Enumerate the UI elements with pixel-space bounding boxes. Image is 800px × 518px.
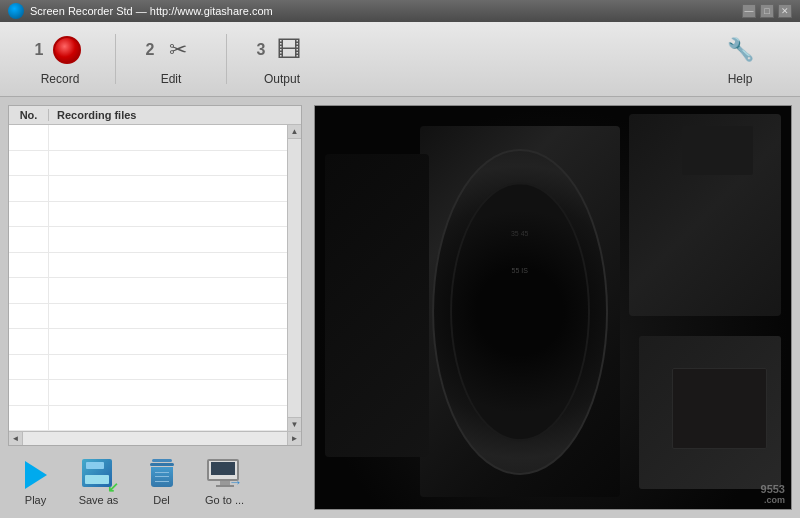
file-list-grid xyxy=(9,125,301,431)
scroll-left-arrow[interactable]: ◄ xyxy=(9,432,23,446)
scissors-icon: ✂ xyxy=(160,32,196,68)
close-button[interactable]: ✕ xyxy=(778,4,792,18)
save-as-icon: ↙ xyxy=(80,458,118,492)
output-label: Output xyxy=(264,72,300,86)
toolbar: 1 Record 2 ✂ Edit 3 🎞 Output � xyxy=(0,22,800,97)
list-item xyxy=(9,355,301,381)
record-icon-wrapper xyxy=(49,32,85,68)
help-label: Help xyxy=(728,72,753,86)
toolbar-record[interactable]: 1 Record xyxy=(10,26,110,92)
list-item xyxy=(9,380,301,406)
maximize-button[interactable]: □ xyxy=(760,4,774,18)
scroll-down-arrow[interactable]: ▼ xyxy=(288,417,301,431)
save-as-button[interactable]: ↙ Save as xyxy=(71,458,126,506)
record-label: Record xyxy=(41,72,80,86)
goto-label: Go to ... xyxy=(205,494,244,506)
play-label: Play xyxy=(25,494,46,506)
window-title: Screen Recorder Std — http://www.gitasha… xyxy=(30,5,742,17)
list-item xyxy=(9,125,301,151)
del-button[interactable]: Del xyxy=(134,458,189,506)
minimize-button[interactable]: — xyxy=(742,4,756,18)
scroll-right-arrow[interactable]: ► xyxy=(287,432,301,446)
main-area: No. Recording files xyxy=(0,97,800,518)
list-item xyxy=(9,151,301,177)
file-list-body[interactable]: ▲ ▼ xyxy=(9,125,301,431)
list-item xyxy=(9,202,301,228)
help-icon: 🔧 xyxy=(722,32,758,68)
title-bar: Screen Recorder Std — http://www.gitasha… xyxy=(0,0,800,22)
edit-label: Edit xyxy=(161,72,182,86)
del-icon xyxy=(143,458,181,492)
col-name: Recording files xyxy=(49,109,301,121)
window-controls: — □ ✕ xyxy=(742,4,792,18)
right-panel: 35 45 55 IS 9553 .com xyxy=(310,97,800,518)
list-item xyxy=(9,227,301,253)
save-as-label: Save as xyxy=(79,494,119,506)
camera-preview-image: 35 45 55 IS xyxy=(315,106,791,509)
step-1-number: 1 xyxy=(35,41,44,59)
play-icon xyxy=(17,458,55,492)
scroll-up-arrow[interactable]: ▲ xyxy=(288,125,301,139)
file-list-header: No. Recording files xyxy=(9,106,301,125)
goto-icon: → xyxy=(206,458,244,492)
toolbar-sep-2 xyxy=(226,34,227,84)
play-button[interactable]: Play xyxy=(8,458,63,506)
list-item xyxy=(9,329,301,355)
vertical-scrollbar[interactable]: ▲ ▼ xyxy=(287,125,301,431)
goto-button[interactable]: → Go to ... xyxy=(197,458,252,506)
list-item xyxy=(9,176,301,202)
horizontal-scrollbar[interactable]: ◄ ► xyxy=(9,431,301,445)
list-item xyxy=(9,278,301,304)
left-panel: No. Recording files xyxy=(0,97,310,518)
toolbar-output[interactable]: 3 🎞 Output xyxy=(232,26,332,92)
watermark: 9553 .com xyxy=(761,483,785,505)
list-item xyxy=(9,406,301,432)
toolbar-help[interactable]: 🔧 Help xyxy=(690,26,790,92)
list-item xyxy=(9,304,301,330)
col-no: No. xyxy=(9,109,49,121)
step-3-number: 3 xyxy=(257,41,266,59)
filmreel-icon: 🎞 xyxy=(271,32,307,68)
del-label: Del xyxy=(153,494,170,506)
app-icon xyxy=(8,3,24,19)
record-icon xyxy=(53,36,81,64)
toolbar-edit[interactable]: 2 ✂ Edit xyxy=(121,26,221,92)
list-item xyxy=(9,253,301,279)
preview-area: 35 45 55 IS 9553 .com xyxy=(314,105,792,510)
h-scroll-track[interactable] xyxy=(23,432,287,445)
step-2-number: 2 xyxy=(146,41,155,59)
toolbar-sep-1 xyxy=(115,34,116,84)
bottom-buttons: Play ↙ Save as xyxy=(8,454,302,510)
file-list-container: No. Recording files xyxy=(8,105,302,446)
